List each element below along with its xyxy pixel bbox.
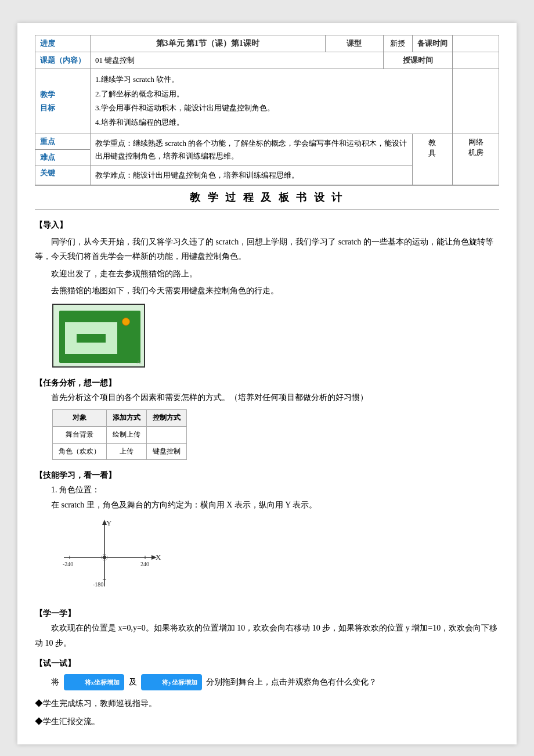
table-cell-0-1: 绘制上传 bbox=[107, 426, 147, 443]
skill-section: 【技能学习，看一看】 1. 角色位置： 在 scratch 里，角色及舞台的方向… bbox=[35, 468, 499, 598]
intro-para3: 去熊猫馆的地图如下，我们今天需要用键盘来控制角色的行走。 bbox=[35, 283, 499, 298]
try-prefix: 将 bbox=[51, 678, 59, 686]
topic-value: 01 键盘控制 bbox=[91, 52, 384, 69]
skill-bracket: 【技能学习，看一看】 bbox=[35, 468, 499, 483]
svg-text:Y: Y bbox=[106, 519, 112, 527]
scratch-block-1: 将x坐标增加 bbox=[64, 674, 125, 690]
key-label: 重点 bbox=[35, 134, 90, 150]
table-cell-1-0: 角色（欢欢） bbox=[53, 443, 107, 460]
table-cell-0-2 bbox=[147, 426, 187, 443]
prep-time-label: 备课时间 bbox=[412, 35, 452, 52]
obj-extra bbox=[453, 69, 499, 134]
diff-label: 难点 bbox=[35, 150, 90, 165]
intro-bracket: 【导入】 bbox=[35, 218, 499, 232]
table-row: 舞台背景 绘制上传 bbox=[53, 426, 187, 443]
task-bracket: 【任务分析，想一想】 bbox=[35, 376, 499, 390]
learn-para: 欢欢现在的位置是 x=0,y=0。如果将欢欢的位置增加 10，欢欢会向右移动 1… bbox=[35, 621, 499, 651]
learn-section: 【学一学】 欢欢现在的位置是 x=0,y=0。如果将欢欢的位置增加 10，欢欢会… bbox=[35, 606, 499, 651]
table-header-2: 控制方式 bbox=[147, 410, 187, 427]
skill-item1: 1. 角色位置： bbox=[51, 483, 499, 497]
unit-info: 第3单元 第1节（课）第1课时 bbox=[91, 35, 326, 52]
svg-point-12 bbox=[103, 556, 106, 559]
try-bracket: 【试一试】 bbox=[35, 656, 499, 671]
skill-para1: 在 scratch 里，角色及舞台的方向约定为：横向用 X 表示，纵向用 Y 表… bbox=[35, 498, 499, 512]
table-row: 角色（欢欢） 上传 键盘控制 bbox=[53, 443, 187, 460]
header-table: 进度 第3单元 第1节（课）第1课时 课型 新授 备课时间 课题（内容） 01 … bbox=[35, 35, 499, 185]
prep-time-value bbox=[453, 35, 499, 52]
scratch-blocks-2: 将y坐标增加 bbox=[141, 674, 202, 690]
try-section: 【试一试】 将 将x坐标增加 及 将y坐标增加 分别拖到舞台上，点击并观察角色有… bbox=[35, 656, 499, 690]
key-text: 教学重点：继续熟悉 scratch 的各个功能，了解坐标的概念，学会编写事件和运… bbox=[91, 134, 412, 166]
teach-time-label: 授课时间 bbox=[383, 52, 452, 69]
intro-section: 【导入】 同学们，从今天开始，我们又将学习久违了的 scratch，回想上学期，… bbox=[35, 218, 499, 298]
lesson-type-label: 课型 bbox=[325, 35, 383, 52]
table-cell-1-2: 键盘控制 bbox=[147, 443, 187, 460]
svg-text:-180: -180 bbox=[93, 581, 103, 588]
learn-bracket: 【学一学】 bbox=[35, 606, 499, 621]
obj-item-3: 3.学会用事件和运动积木，能设计出用键盘控制角色。 bbox=[95, 101, 448, 116]
bullet-item-0: ◆学生完成练习，教师巡视指导。 bbox=[35, 696, 499, 711]
intro-para1: 同学们，从今天开始，我们又将学习久违了的 scratch，回想上学期，我们学习了… bbox=[35, 235, 499, 264]
intro-para2: 欢迎出发了，走在去参观熊猫馆的路上。 bbox=[35, 267, 499, 281]
svg-text:-240: -240 bbox=[63, 561, 73, 567]
task-section: 【任务分析，想一想】 首先分析这个项目的各个因素和需要怎样的方式。（培养对任何项… bbox=[35, 376, 499, 460]
bullets-section: ◆学生完成练习，教师巡视指导。 ◆学生汇报交流。 bbox=[35, 696, 499, 729]
bullet-item-1: ◆学生汇报交流。 bbox=[35, 714, 499, 729]
process-heading: 教 学 过 程 及 板 书 设 计 bbox=[35, 185, 499, 210]
obj-item-1: 1.继续学习 scratch 软件。 bbox=[95, 73, 448, 87]
objectives-label: 教学 目标 bbox=[35, 69, 91, 134]
svg-text:240: 240 bbox=[140, 561, 149, 567]
objectives-content: 1.继续学习 scratch 软件。 2.了解坐标的概念和运用。 3.学会用事件… bbox=[91, 69, 453, 134]
obj-item-4: 4.培养和训练编程的思维。 bbox=[95, 116, 448, 130]
tools-value: 网络 机房 bbox=[453, 134, 499, 185]
tools-label: 教 具 bbox=[412, 134, 452, 185]
try-suffix: 分别拖到舞台上，点击并观察角色有什么变化？ bbox=[206, 678, 377, 686]
main-page: 进度 第3单元 第1节（课）第1课时 课型 新授 备课时间 课题（内容） 01 … bbox=[17, 23, 517, 744]
scratch-blocks-1: 将x坐标增加 bbox=[64, 674, 125, 690]
table-header-0: 对象 bbox=[53, 410, 107, 427]
diff-text: 教学难点：能设计出用键盘控制角色，培养和训练编程思维。 bbox=[91, 166, 412, 185]
table-cell-1-1: 上传 bbox=[107, 443, 147, 460]
task-para: 首先分析这个项目的各个因素和需要怎样的方式。（培养对任何项目都做分析的好习惯） bbox=[35, 390, 499, 405]
key2-label: 关键 bbox=[35, 165, 90, 181]
svg-text:X: X bbox=[156, 553, 161, 561]
obj-item-2: 2.了解坐标的概念和运用。 bbox=[95, 87, 448, 102]
table-header-1: 添加方式 bbox=[107, 410, 147, 427]
coordinate-diagram: Y X -240 240 -180 bbox=[52, 517, 168, 598]
progress-label: 进度 bbox=[35, 35, 91, 52]
try-and: 及 bbox=[129, 678, 137, 686]
scratch-block-2: 将y坐标增加 bbox=[141, 674, 202, 690]
map-image: At bbox=[52, 304, 145, 368]
lesson-type-value: 新授 bbox=[383, 35, 412, 52]
analysis-table: 对象 添加方式 控制方式 舞台背景 绘制上传 角色（欢欢） 上传 键盘控制 bbox=[52, 409, 187, 460]
table-cell-0-0: 舞台背景 bbox=[53, 426, 107, 443]
topic-label: 课题（内容） bbox=[35, 52, 91, 69]
teach-time-value bbox=[453, 52, 499, 69]
